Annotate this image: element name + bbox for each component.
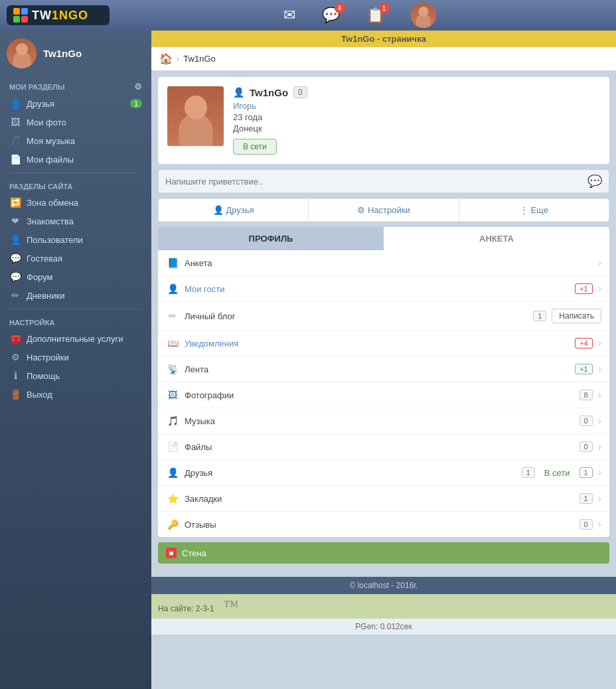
section-label-feed: Лента: [185, 364, 570, 374]
blog-icon: ✏: [166, 311, 179, 321]
sidebar-item-dating[interactable]: ❤ Знакомства: [0, 212, 151, 230]
guestbook-icon: 💬: [9, 253, 21, 264]
breadcrumb-separator: ›: [177, 54, 179, 64]
message-row: 💬: [158, 169, 609, 193]
photos-badge: 8: [579, 390, 593, 400]
sidebar-item-files[interactable]: 📄 Мои файлы: [0, 150, 151, 169]
section-row-reviews[interactable]: 🔑 Отзывы 0 ›: [158, 512, 609, 537]
section-row-bookmarks[interactable]: ⭐ Закладки 1 ›: [158, 486, 609, 512]
message-input[interactable]: [165, 177, 587, 187]
friends-online-label: В сети: [544, 468, 570, 478]
music-icon: 🎵: [9, 135, 21, 146]
sidebar-user[interactable]: Tw1nGo: [0, 31, 151, 76]
wall-section[interactable]: ■ Стена: [158, 542, 609, 564]
section-label-anketa: Анкета: [185, 258, 593, 268]
sidebar-item-diaries[interactable]: ✏ Дневники: [0, 286, 151, 305]
footer-online: На сайте: 2-3-1 ™: [151, 594, 616, 619]
tab-settings-label: Настройки: [368, 205, 410, 215]
profile-name-row: 👤 Tw1nGo 0: [233, 86, 600, 98]
sidebar-item-help[interactable]: ℹ Помощь: [0, 366, 151, 385]
sidebar-item-photos[interactable]: 🖼 Мои фото: [0, 113, 151, 131]
sidebar-item-settings[interactable]: ⚙ Настройки: [0, 348, 151, 366]
profile-anketa-tabs: ПРОФИЛЬ АНКЕТА: [158, 227, 609, 250]
chat-badge: 4: [335, 3, 345, 13]
section-row-photos[interactable]: 🖼 Фотографии 8 ›: [158, 382, 609, 408]
profile-photo[interactable]: [167, 86, 224, 146]
tab-friends-icon: 👤: [213, 205, 224, 215]
tab-profile[interactable]: ПРОФИЛЬ: [158, 227, 384, 250]
extra-services-icon: 🧰: [9, 333, 21, 344]
photos-icon: 🖼: [9, 117, 21, 127]
profile-info: 👤 Tw1nGo 0 Игорь 23 года Донецк В сети: [233, 86, 600, 155]
sidebar-item-friends[interactable]: 👤 Друзья 1: [0, 94, 151, 113]
tab-friends-label: Друзья: [226, 205, 254, 215]
sidebar-item-music[interactable]: 🎵 Моя музыка: [0, 131, 151, 150]
my-sections-gear-icon[interactable]: ⚙: [134, 82, 142, 92]
sidebar-item-users[interactable]: 👤 Пользователи: [0, 230, 151, 249]
dating-icon: ❤: [9, 216, 21, 226]
exchange-icon: 🔁: [9, 197, 21, 208]
chevron-feed: ›: [598, 363, 601, 375]
sidebar-item-logout[interactable]: 🚪 Выход: [0, 385, 151, 404]
section-row-blog[interactable]: ✏ Личный блог 1 Написать: [158, 302, 609, 331]
tab-settings[interactable]: ⚙ Настройки: [309, 199, 459, 221]
chevron-guests: ›: [598, 283, 601, 295]
chevron-photos: ›: [598, 389, 601, 401]
sidebar-item-extra-services[interactable]: 🧰 Дополнительные услуги: [0, 329, 151, 348]
notifications-icon: 📖: [166, 338, 179, 348]
logout-icon: 🚪: [9, 389, 21, 400]
site-sections-title: РАЗДЕЛЫ САЙТА: [0, 177, 151, 193]
write-button[interactable]: Написать: [552, 309, 601, 323]
notifications-button[interactable]: 📋 1: [366, 7, 384, 24]
section-label-notifications: Уведомления: [185, 339, 570, 348]
svg-rect-2: [13, 16, 20, 23]
wall-label: Стена: [182, 548, 206, 558]
svg-rect-0: [13, 8, 20, 15]
message-send-icon[interactable]: 💬: [587, 174, 602, 189]
photos-section-icon: 🖼: [166, 390, 179, 400]
sidebar-divider: [9, 173, 142, 173]
section-label-guests: Мои гости: [185, 284, 570, 294]
profile-realname: Игорь: [233, 101, 600, 111]
chat-button[interactable]: 💬 4: [322, 7, 340, 24]
tabs-bar: 👤 Друзья ⚙ Настройки ⋮ Еще: [158, 198, 609, 222]
home-icon[interactable]: 🏠: [159, 52, 173, 65]
feed-badge: +1: [575, 364, 593, 374]
section-label-reviews: Отзывы: [185, 520, 574, 530]
sidebar-item-guestbook[interactable]: 💬 Гостевая: [0, 249, 151, 268]
svg-rect-1: [21, 8, 28, 15]
guests-badge: +1: [575, 283, 593, 294]
chevron-anketa: ›: [598, 257, 601, 269]
mail-button[interactable]: ✉: [283, 7, 295, 24]
logo-text: TW1NGO: [32, 9, 88, 23]
profile-avatar-header[interactable]: [411, 3, 436, 28]
blog-badge: 1: [533, 311, 546, 321]
wall-icon: ■: [166, 548, 177, 558]
sidebar-item-exchange[interactable]: 🔁 Зона обмена: [0, 193, 151, 212]
reviews-badge: 0: [579, 519, 593, 530]
section-row-friends[interactable]: 👤 Друзья 1 В сети 1 ›: [158, 460, 609, 486]
tab-profile-label: ПРОФИЛЬ: [249, 234, 293, 244]
online-button[interactable]: В сети: [233, 139, 277, 155]
tab-more[interactable]: ⋮ Еще: [459, 199, 609, 221]
files-icon: 📄: [9, 154, 21, 165]
footer-pgen: PGen: 0.012сек: [151, 619, 616, 635]
section-row-anketa[interactable]: 📘 Анкета ›: [158, 250, 609, 276]
section-row-guests[interactable]: 👤 Мои гости +1 ›: [158, 276, 609, 302]
header-avatar-img: [411, 3, 436, 28]
sidebar-item-forum[interactable]: 💬 Форум: [0, 268, 151, 286]
tab-anketa[interactable]: АНКЕТА: [384, 227, 609, 250]
logo[interactable]: TW1NGO: [7, 5, 110, 25]
sidebar-item-label: Пользователи: [27, 235, 142, 245]
section-row-files[interactable]: 📄 Файлы 0 ›: [158, 434, 609, 460]
music-badge: 0: [579, 416, 593, 426]
section-label-music: Музыка: [185, 416, 574, 426]
profile-sections-list: 📘 Анкета › 👤 Мои гости +1 › ✏ Личный бло…: [158, 250, 609, 537]
section-row-music[interactable]: 🎵 Музыка 0 ›: [158, 408, 609, 434]
profile-username: Tw1nGo: [250, 87, 288, 98]
section-row-feed[interactable]: 📡 Лента +1 ›: [158, 356, 609, 382]
section-row-notifications[interactable]: 📖 Уведомления +4 ›: [158, 331, 609, 356]
tab-more-label: Еще: [530, 205, 548, 215]
profile-city: Донецк: [233, 123, 600, 133]
tab-friends[interactable]: 👤 Друзья: [159, 199, 309, 221]
